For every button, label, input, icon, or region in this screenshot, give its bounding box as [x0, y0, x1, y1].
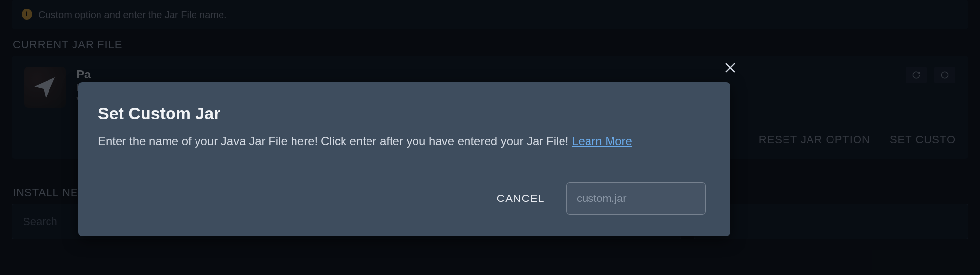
custom-jar-input[interactable]	[566, 182, 706, 215]
close-icon[interactable]	[720, 58, 740, 77]
learn-more-link[interactable]: Learn More	[572, 134, 632, 148]
set-custom-jar-modal: Set Custom Jar Enter the name of your Ja…	[78, 82, 730, 236]
cancel-button[interactable]: CANCEL	[497, 192, 545, 205]
modal-title: Set Custom Jar	[98, 104, 706, 123]
modal-description: Enter the name of your Java Jar File her…	[98, 133, 706, 150]
